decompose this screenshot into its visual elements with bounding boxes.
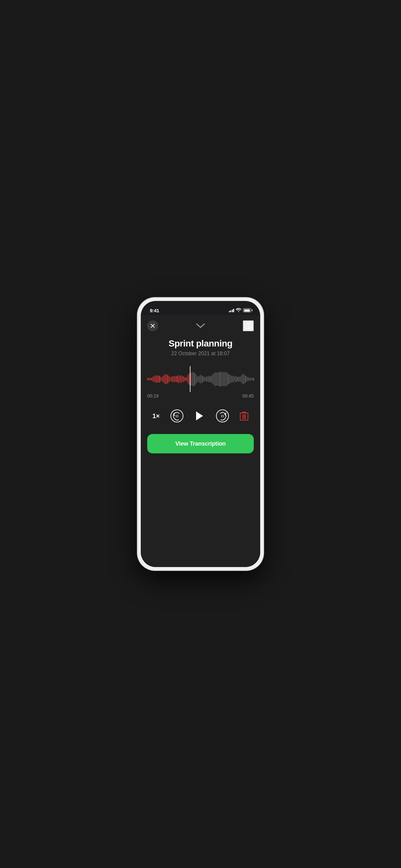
svg-marker-2 [196,411,203,421]
waveform-bar [194,373,195,386]
waveform-bar [158,375,158,383]
waveform-bar [153,376,153,382]
svg-text:15: 15 [175,414,179,418]
waveform-bar [204,376,204,382]
waveform-bar [206,376,207,382]
phone-frame: 9:41 [137,298,264,570]
close-button[interactable] [147,320,158,331]
signal-icon [229,308,235,312]
waveform-bar [163,375,164,383]
title-section: Sprint planning 22 October 2021 at 18:07 [141,335,260,363]
waveform-bar [165,374,165,384]
status-icons [229,308,251,313]
waveform-bar [172,376,172,382]
view-transcription-button[interactable]: View Transcription [147,434,254,454]
waveform-container[interactable] [147,366,254,392]
waveform-bar [239,376,239,382]
waveform-bar [210,376,211,382]
waveform-bar [227,374,228,385]
waveform-bar [182,376,183,382]
waveform-bar [216,372,216,386]
waveform-bar [243,374,243,384]
waveform-bar [212,375,212,383]
waveform-bar [217,373,218,385]
skip-back-icon: 15 [170,409,184,423]
chevron-down-icon [196,323,205,329]
waveform-bar [205,377,206,381]
delete-button[interactable] [237,408,251,423]
share-icon [245,322,252,330]
waveform-bar [173,376,174,382]
waveform-bar [196,374,196,384]
waveform-bar [249,377,250,381]
waveform-bar [191,372,192,386]
current-time: 00:19 [147,393,158,399]
top-bar [141,315,260,335]
waveform-bar [251,377,251,380]
waveform-bar [221,372,222,386]
waveform-bar [225,372,226,386]
waveform-bar [202,376,203,382]
waveform-bar [241,375,242,383]
waveform-bar [161,377,161,381]
waveform-bar [167,375,168,383]
waveform-bar [169,376,169,382]
transcription-section: View Transcription [141,434,260,460]
app-content: Sprint planning 22 October 2021 at 18:07… [141,315,260,567]
waveform-bar [218,372,219,385]
waveform-bar [252,378,252,381]
play-button[interactable] [191,407,208,424]
waveform[interactable] [147,369,254,389]
waveform-bar [150,378,150,380]
waveform-bar [224,372,224,386]
recording-title: Sprint planning [147,338,254,349]
waveform-bar [220,372,220,386]
waveform-bar [253,377,254,381]
waveform-bar [198,376,199,382]
waveform-bar [222,372,223,386]
waveform-bar [166,374,166,384]
speed-button[interactable]: 1× [150,410,162,423]
waveform-bar [197,376,197,382]
waveform-bar [188,375,188,383]
collapse-button[interactable] [196,323,205,329]
waveform-bar [226,372,227,386]
play-icon [195,411,204,421]
recording-date: 22 October 2021 at 18:07 [147,351,254,356]
waveform-bar [174,376,175,382]
skip-back-button[interactable]: 15 [168,407,185,424]
share-button[interactable] [243,320,254,331]
waveform-bar [236,376,236,383]
waveform-bar [154,376,155,382]
waveform-bar [177,376,177,382]
waveform-bar [208,376,208,381]
waveform-bar [189,373,189,385]
skip-forward-button[interactable]: 15 [214,407,231,424]
time-labels: 00:19 00:45 [147,392,254,399]
svg-text:15: 15 [221,414,224,418]
playhead [190,366,190,392]
waveform-bar [162,376,163,382]
waveform-bar [247,377,247,382]
waveform-bar [181,375,181,383]
status-time: 9:41 [150,308,159,313]
phone-screen: 9:41 [141,301,260,567]
waveform-bar [232,376,233,382]
waveform-bar [175,376,176,382]
close-icon [151,324,155,328]
waveform-bar [147,378,148,380]
battery-icon [243,308,251,312]
waveform-bar [151,378,152,380]
waveform-bar [235,376,235,381]
waveform-bar [245,376,246,383]
notch [176,301,225,311]
waveform-bar [240,376,241,382]
waveform-bar [155,375,156,383]
waveform-bar [248,377,249,381]
waveform-bar [244,374,244,384]
waveform-bar [193,372,193,386]
total-time: 00:45 [243,393,254,399]
waveform-section[interactable]: 00:19 00:45 [141,363,260,401]
waveform-bar [230,375,231,383]
waveform-bar [183,376,184,382]
